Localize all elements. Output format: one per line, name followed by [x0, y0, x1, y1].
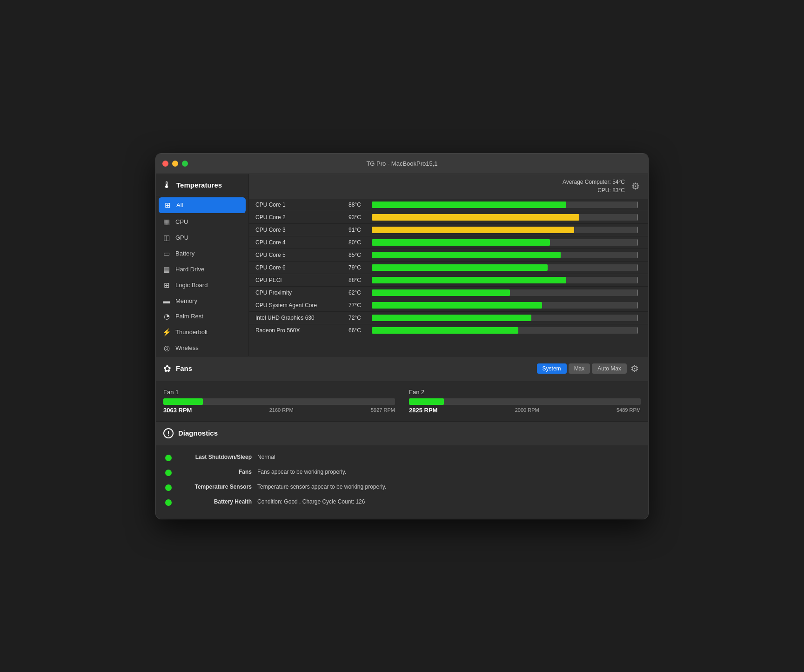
sidebar-label-hard-drive: Hard Drive	[175, 266, 204, 273]
temp-bar-5	[372, 264, 548, 271]
fans-content: Fan 1 3063 RPM 2160 RPM 5927 RPM Fan 2	[156, 381, 648, 421]
temp-name-2: CPU Core 3	[255, 227, 348, 233]
temp-name-3: CPU Core 4	[255, 239, 348, 246]
sidebar-item-cpu[interactable]: ▦ CPU	[156, 214, 248, 230]
fan1-name: Fan 1	[163, 389, 395, 396]
close-button[interactable]	[162, 161, 168, 167]
temp-row: CPU PECI 88°C	[249, 274, 648, 287]
auto-max-button[interactable]: Auto Max	[592, 363, 627, 374]
diag-row: Battery Health Condition: Good , Charge …	[156, 495, 648, 510]
temp-name-6: CPU PECI	[255, 277, 348, 283]
fans-settings-button[interactable]: ⚙	[629, 361, 641, 376]
fans-title: Fans	[176, 364, 537, 372]
palm-rest-icon: ◔	[162, 312, 171, 321]
sidebar-label-gpu: GPU	[175, 234, 188, 241]
traffic-lights	[162, 161, 188, 167]
diag-label-2: Temperature Sensors	[177, 484, 252, 490]
all-icon: ⊞	[163, 201, 172, 209]
fan1-item: Fan 1 3063 RPM 2160 RPM 5927 RPM	[163, 389, 395, 414]
temp-bar-container-4	[372, 252, 638, 258]
diag-dot-0	[165, 455, 172, 461]
temp-row: CPU Core 3 91°C	[249, 224, 648, 236]
diagnostics-header: ! Diagnostics	[156, 422, 648, 445]
sidebar: 🌡 Temperatures ⊞ All ▦ CPU ◫ GPU ▭ B	[156, 174, 249, 356]
temp-bar-container-2	[372, 227, 638, 233]
sidebar-item-hard-drive[interactable]: ▤ Hard Drive	[156, 262, 248, 277]
fan1-bar	[163, 398, 203, 405]
settings-button[interactable]: ⚙	[630, 179, 642, 194]
temp-bar-container-9	[372, 315, 638, 321]
wireless-icon: ◎	[162, 344, 171, 352]
fan2-item: Fan 2 2825 RPM 2000 RPM 5489 RPM	[409, 389, 641, 414]
diag-value-2: Temperature sensors appear to be working…	[257, 484, 386, 490]
temp-value-1: 93°C	[348, 214, 372, 221]
temp-bar-container-8	[372, 302, 638, 309]
temperature-header: Average Computer: 54°C CPU: 83°C ⚙	[249, 174, 648, 199]
temp-bar-4	[372, 252, 561, 258]
sidebar-title: Temperatures	[176, 181, 222, 189]
diag-value-1: Fans appear to be working properly.	[257, 469, 346, 475]
fan1-rpm-row: 3063 RPM 2160 RPM 5927 RPM	[163, 407, 395, 414]
temp-value-7: 62°C	[348, 289, 372, 296]
temp-bar-6	[372, 277, 566, 283]
sidebar-label-memory: Memory	[175, 297, 197, 304]
sidebar-item-logic-board[interactable]: ⊞ Logic Board	[156, 277, 248, 293]
thermometer-icon: 🌡	[162, 180, 172, 190]
temp-bar-8	[372, 302, 542, 309]
fan1-bar-container	[163, 398, 395, 405]
temp-value-8: 77°C	[348, 302, 372, 309]
window-title: TG Pro - MacBookPro15,1	[366, 160, 437, 167]
fan2-name: Fan 2	[409, 389, 641, 396]
fan1-rpm-max: 5927 RPM	[371, 407, 395, 413]
diag-row: Fans Fans appear to be working properly.	[156, 465, 648, 480]
temp-bar-9	[372, 315, 531, 321]
temp-row: CPU Core 5 85°C	[249, 249, 648, 262]
maximize-button[interactable]	[182, 161, 188, 167]
temp-row: CPU Core 1 88°C	[249, 199, 648, 211]
system-button[interactable]: System	[537, 363, 567, 374]
temp-name-8: CPU System Agent Core	[255, 302, 348, 309]
sidebar-item-memory[interactable]: ▬ Memory	[156, 293, 248, 309]
diagnostics-icon: !	[163, 428, 174, 438]
diagnostics-rows: Last Shutdown/Sleep Normal Fans Fans app…	[156, 450, 648, 510]
sidebar-item-gpu[interactable]: ◫ GPU	[156, 230, 248, 246]
temp-marker-2	[637, 227, 638, 233]
title-bar: TG Pro - MacBookPro15,1	[156, 154, 648, 174]
sidebar-label-logic-board: Logic Board	[175, 282, 208, 289]
diag-value-3: Condition: Good , Charge Cycle Count: 12…	[257, 498, 365, 505]
fan2-rpm-current: 2825 RPM	[409, 407, 437, 414]
fan1-bar-row	[163, 398, 395, 405]
logic-board-icon: ⊞	[162, 281, 171, 289]
temp-bar-2	[372, 227, 574, 233]
temp-name-9: Intel UHD Graphics 630	[255, 315, 348, 321]
temp-bar-container-3	[372, 239, 638, 246]
sidebar-item-palm-rest[interactable]: ◔ Palm Rest	[156, 309, 248, 324]
temp-name-0: CPU Core 1	[255, 202, 348, 208]
cpu-icon: ▦	[162, 218, 171, 226]
temp-row: CPU Proximity 62°C	[249, 287, 648, 299]
diagnostics-section: ! Diagnostics Last Shutdown/Sleep Normal…	[156, 422, 648, 519]
temp-value-9: 72°C	[348, 315, 372, 321]
max-button[interactable]: Max	[569, 363, 590, 374]
fan2-bar-container	[409, 398, 641, 405]
sidebar-item-thunderbolt[interactable]: ⚡ Thunderbolt	[156, 324, 248, 340]
temp-marker-5	[637, 264, 638, 271]
minimize-button[interactable]	[172, 161, 178, 167]
battery-icon: ▭	[162, 249, 171, 258]
sidebar-label-battery: Battery	[175, 250, 194, 257]
fan2-rpm-min: 2000 RPM	[515, 407, 539, 413]
temp-marker-0	[637, 202, 638, 208]
hard-drive-icon: ▤	[162, 265, 171, 274]
temp-value-10: 66°C	[348, 327, 372, 334]
fans-controls: System Max Auto Max ⚙	[537, 361, 641, 376]
sidebar-item-all[interactable]: ⊞ All	[159, 197, 246, 213]
temp-bar-container-10	[372, 327, 638, 334]
diag-value-0: Normal	[257, 454, 275, 460]
sidebar-item-wireless[interactable]: ◎ Wireless	[156, 340, 248, 356]
diag-row: Last Shutdown/Sleep Normal	[156, 450, 648, 465]
main-content: 🌡 Temperatures ⊞ All ▦ CPU ◫ GPU ▭ B	[156, 174, 648, 519]
temp-marker-6	[637, 277, 638, 283]
fan1-rpm-current: 3063 RPM	[163, 407, 192, 414]
thunderbolt-icon: ⚡	[162, 328, 171, 336]
sidebar-item-battery[interactable]: ▭ Battery	[156, 246, 248, 262]
